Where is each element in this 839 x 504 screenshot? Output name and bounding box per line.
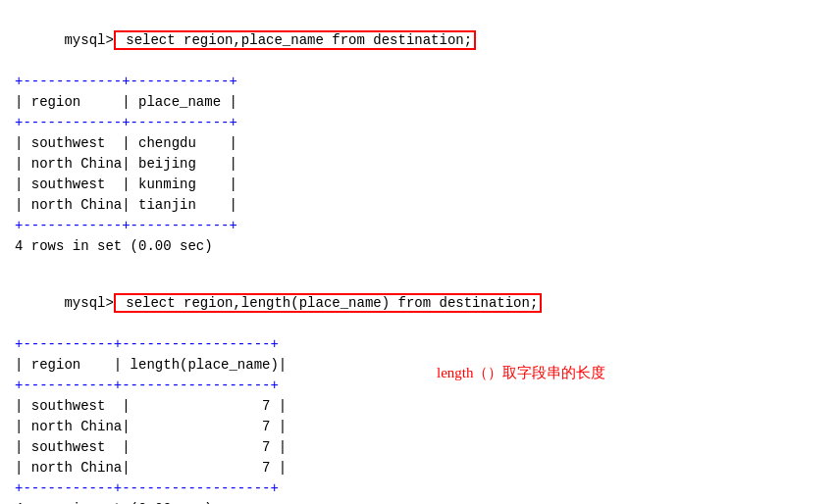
query1-command-line: mysql> select region,place_name from des… xyxy=(15,10,824,72)
q1-row-1: | southwest | chengdu | xyxy=(15,133,824,154)
q2-border-mid: +-----------+------------------+ xyxy=(15,376,824,396)
q2-row-3: | southwest | 7 | xyxy=(15,437,824,458)
q1-row-2: | north China| beijing | xyxy=(15,154,824,175)
q2-row-1: | southwest | 7 | xyxy=(15,396,824,417)
q2-result: 4 rows in set (0.00 sec) xyxy=(15,499,824,504)
q1-border-bot: +------------+------------+ xyxy=(15,216,824,236)
query2-command-line: mysql> select region,length(place_name) … xyxy=(15,273,824,334)
q1-border-top: +------------+------------+ xyxy=(15,72,824,92)
q1-row-3: | southwest | kunming | xyxy=(15,175,824,195)
sql-command-2: select region,length(place_name) from de… xyxy=(114,293,542,313)
prompt1: mysql> xyxy=(64,32,113,48)
query1-section: mysql> select region,place_name from des… xyxy=(15,10,824,257)
q1-result: 4 rows in set (0.00 sec) xyxy=(15,236,824,257)
prompt2: mysql> xyxy=(64,295,113,311)
q2-header: | region | length(place_name)| xyxy=(15,355,824,376)
terminal-container: mysql> select region,place_name from des… xyxy=(15,10,824,504)
annotation-label: length（）取字段串的长度 xyxy=(437,364,606,382)
q2-border-bot: +-----------+------------------+ xyxy=(15,479,824,499)
q2-border-top: +-----------+------------------+ xyxy=(15,334,824,355)
q2-row-4: | north China| 7 | xyxy=(15,458,824,479)
query2-section: mysql> select region,length(place_name) … xyxy=(15,273,824,504)
q1-border-mid: +------------+------------+ xyxy=(15,113,824,133)
q1-row-4: | north China| tianjin | xyxy=(15,195,824,216)
sql-command-1: select region,place_name from destinatio… xyxy=(114,30,476,50)
q2-row-2: | north China| 7 | xyxy=(15,417,824,437)
q1-header: | region | place_name | xyxy=(15,92,824,113)
